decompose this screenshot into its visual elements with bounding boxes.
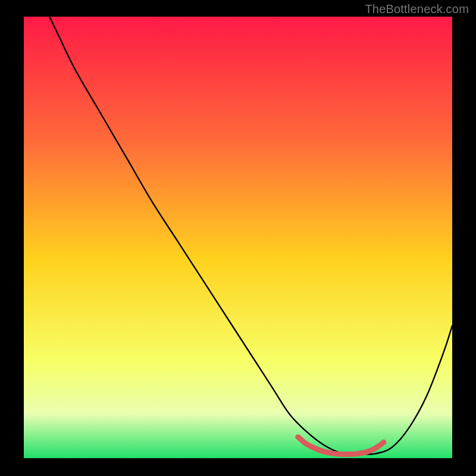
plot-area (24, 17, 452, 458)
gradient-background (24, 17, 452, 458)
watermark-text: TheBottleneck.com (365, 2, 469, 16)
chart-container: TheBottleneck.com (0, 0, 476, 476)
chart-svg (24, 17, 452, 458)
